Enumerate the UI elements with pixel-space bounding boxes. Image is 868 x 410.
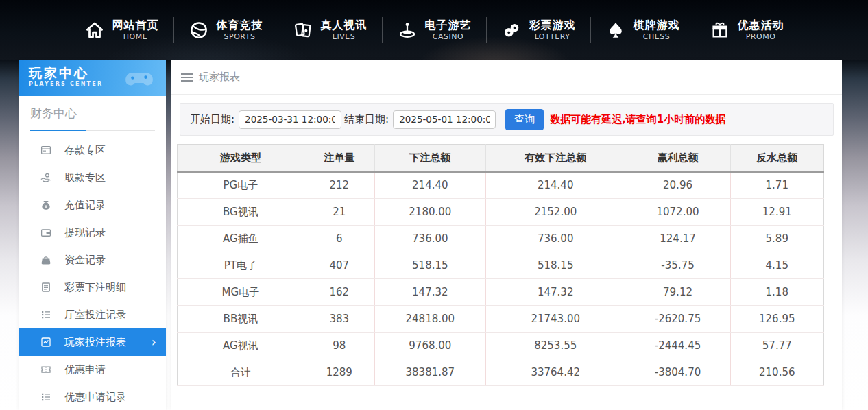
table-row: PG电子212214.40214.4020.961.71 (178, 172, 824, 199)
sidebar-item-label: 存款专区 (64, 144, 106, 157)
sidebar-item-label: 彩票下注明细 (64, 281, 126, 294)
table-cell: 162 (304, 279, 374, 306)
sidebar-item-lottery-bet-details[interactable]: 彩票下注明细 (19, 274, 166, 301)
table-cell: 518.15 (485, 252, 625, 279)
sidebar-item-funds-records[interactable]: 资金记录 (19, 246, 166, 274)
sidebar-item-hall-bet-records[interactable]: 厅室投注记录 (19, 301, 166, 328)
table-cell: 2180.00 (374, 199, 485, 226)
sidebar-divider (30, 130, 155, 131)
nav-item-sports[interactable]: 体育竞技SPORTS (189, 19, 263, 42)
table-cell: -2444.45 (625, 333, 730, 359)
table-cell: 6 (304, 226, 374, 252)
sidebar-item-label: 玩家投注报表 (64, 336, 126, 349)
start-date-label: 开始日期: (190, 113, 234, 126)
table-cell: 407 (304, 252, 374, 279)
sidebar-item-withdrawal-records[interactable]: 提现记录 (19, 219, 166, 246)
sidebar-item-recharge-records[interactable]: 充值记录 (19, 191, 166, 219)
nav-separator (278, 17, 278, 43)
table-cell: 518.15 (374, 252, 485, 279)
sidebar-item-player-bet-report[interactable]: 玩家投注报表› (19, 328, 166, 356)
sidebar-item-label: 提现记录 (64, 226, 106, 239)
nav-item-home[interactable]: 网站首页HOME (84, 19, 159, 42)
nav-item-subtitle: HOME (123, 32, 147, 42)
sidebar-section: 财务中心 (19, 96, 166, 131)
chess-icon (605, 20, 626, 40)
home-icon (84, 20, 105, 40)
withdrawal-record-icon (40, 226, 52, 239)
table-cell: 126.95 (730, 306, 823, 333)
nav-item-subtitle: PROMO (746, 32, 776, 42)
sidebar-item-label: 厅室投注记录 (64, 309, 126, 322)
nav-separator (382, 17, 383, 43)
nav-item-lottery[interactable]: 彩票游戏LOTTERY (501, 19, 576, 42)
table-cell: 24818.00 (374, 306, 485, 333)
nav-separator (695, 17, 695, 43)
table-cell: 20.96 (625, 172, 730, 199)
table-cell: 124.17 (625, 226, 730, 252)
nav-item-subtitle: CHESS (643, 32, 670, 42)
table-cell: -3804.70 (625, 359, 730, 386)
table-header-cell: 下注总额 (374, 145, 485, 172)
table-cell: 214.40 (485, 172, 625, 199)
search-button[interactable]: 查询 (505, 109, 544, 130)
deposit-icon (40, 144, 52, 156)
sidebar-item-deposit-zone[interactable]: 存款专区 (19, 136, 166, 164)
table-cell: 1072.00 (625, 199, 730, 226)
start-date-input[interactable] (239, 110, 341, 129)
table-header-cell: 有效下注总额 (485, 145, 625, 172)
menu-icon[interactable] (181, 73, 193, 82)
table-header-row: 游戏类型注单量下注总额有效下注总额赢利总额反水总额 (178, 145, 824, 172)
nav-item-promo[interactable]: 优惠活动PROMO (710, 19, 784, 42)
filter-bar: 开始日期: 结束日期: 查询 数据可能有延迟,请查询1小时前的数据 (180, 103, 834, 136)
chevron-right-icon: › (152, 336, 156, 348)
nav-item-chess[interactable]: 棋牌游戏CHESS (605, 19, 680, 42)
table-header-cell: 反水总额 (730, 145, 823, 172)
gamepad-icon (115, 62, 163, 95)
breadcrumb: 玩家报表 (171, 60, 842, 95)
report-icon (40, 336, 52, 348)
table-cell: 33764.42 (485, 359, 625, 386)
table-cell: 2152.00 (485, 199, 625, 226)
table-cell: 147.32 (485, 279, 625, 306)
table-cell: 12.91 (730, 199, 823, 226)
table-cell: 5.89 (730, 226, 823, 252)
table-cell: -2620.75 (625, 306, 730, 333)
breadcrumb-label: 玩家报表 (199, 71, 240, 84)
table-cell: 212 (304, 172, 374, 199)
nav-separator (173, 17, 174, 43)
table-cell: MG电子 (178, 279, 304, 306)
nav-item-subtitle: CASINO (433, 32, 463, 42)
table-cell: 1.18 (730, 279, 823, 306)
nav-items-container: 网站首页HOME体育竞技SPORTS真人视讯LIVES电子游艺CASINO彩票游… (84, 17, 784, 43)
hall-record-icon (40, 309, 52, 321)
sidebar-item-withdraw-zone[interactable]: 取款专区 (19, 164, 166, 191)
promo-record-icon (40, 391, 52, 403)
table-cell: AG捕鱼 (178, 226, 304, 252)
nav-item-lives[interactable]: 真人视讯LIVES (293, 19, 367, 42)
nav-item-casino[interactable]: 电子游艺CASINO (397, 19, 472, 42)
sidebar-item-promo-application[interactable]: 优惠申请 (19, 356, 166, 383)
table-cell: 1.71 (730, 172, 823, 199)
table-cell: 57.77 (730, 333, 823, 359)
report-table: 游戏类型注单量下注总额有效下注总额赢利总额反水总额 PG电子212214.402… (177, 144, 824, 386)
end-date-input[interactable] (393, 110, 496, 129)
sidebar-menu: 存款专区取款专区充值记录提现记录资金记录彩票下注明细厅室投注记录玩家投注报表›优… (19, 136, 166, 410)
table-header-cell: 注单量 (304, 145, 374, 172)
table-row: BB视讯38324818.0021743.00-2620.75126.95 (178, 306, 824, 333)
sidebar-item-promo-application-records[interactable]: 优惠申请记录 (19, 383, 166, 410)
promo-apply-icon (40, 363, 52, 376)
delay-notice: 数据可能有延迟,请查询1小时前的数据 (550, 113, 725, 126)
table-cell: 21 (304, 199, 374, 226)
table-cell: 79.12 (625, 279, 730, 306)
table-cell: BG视讯 (178, 199, 304, 226)
nav-item-title: 棋牌游戏 (634, 19, 680, 32)
table-header-cell: 赢利总额 (625, 145, 730, 172)
funds-icon (40, 254, 52, 266)
table-cell: 736.00 (374, 226, 485, 252)
table-cell: 4.15 (730, 252, 823, 279)
lottery-icon (501, 20, 522, 40)
table-cell: 383 (304, 306, 374, 333)
table-row: MG电子162147.32147.3279.121.18 (178, 279, 824, 306)
nav-item-title: 优惠活动 (738, 19, 784, 32)
nav-item-title: 彩票游戏 (529, 19, 576, 32)
